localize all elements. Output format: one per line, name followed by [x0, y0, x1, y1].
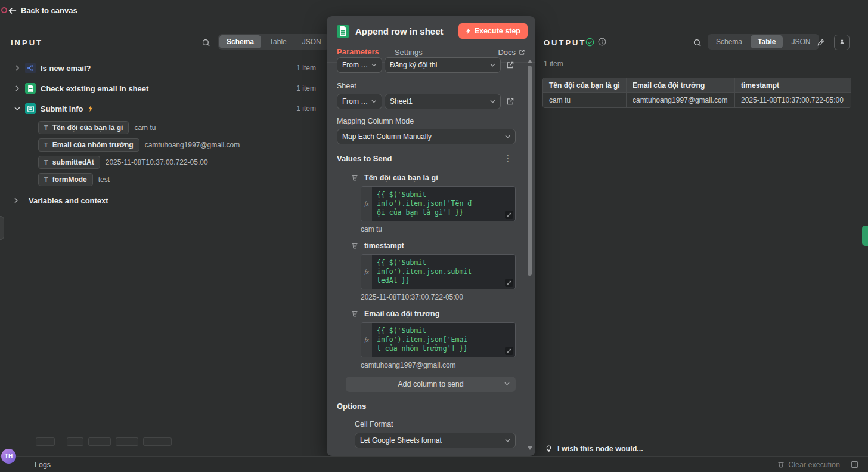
fx-icon: fx	[361, 323, 372, 357]
expression-editor[interactable]: fx {{ $('Submit info').item.json['Emai l…	[361, 322, 516, 357]
expand-expression-icon[interactable]	[505, 211, 513, 219]
open-sheet-button[interactable]	[505, 96, 516, 107]
input-schema-field[interactable]: T Email của nhóm trưởng camtuhoang1997@g…	[0, 136, 327, 153]
expand-expression-icon[interactable]	[505, 279, 513, 287]
expression-code: {{ $('Submit info').item.json.submit ted…	[372, 255, 515, 289]
variables-and-context-row[interactable]: Variables and context	[0, 190, 327, 211]
open-logs-panel-button[interactable]	[850, 459, 860, 470]
execute-step-button[interactable]: Execute step	[458, 23, 528, 39]
add-column-label: Add column to send	[398, 380, 464, 388]
clear-execution-label: Clear execution	[788, 461, 840, 469]
string-type-icon: T	[44, 141, 48, 149]
input-node-check-existing-email[interactable]: Check existing email in sheet 1 item	[0, 78, 327, 98]
back-to-canvas-link[interactable]: Back to canvas	[5, 4, 81, 17]
output-search-button[interactable]	[692, 37, 703, 48]
mapping-mode-dropdown[interactable]: Map Each Column Manually	[337, 129, 516, 144]
input-schema-field[interactable]: T formMode test	[0, 171, 327, 188]
input-schema-tree: Is new email? 1 item Check existing emai…	[0, 58, 327, 211]
input-schema-field[interactable]: T submittedAt 2025-11-08T10:37:00.722-05…	[0, 153, 327, 171]
schema-field-pill: T formMode	[38, 173, 93, 186]
edit-output-button[interactable]	[816, 37, 826, 48]
output-mode-table[interactable]: Table	[751, 35, 783, 48]
expression-editor[interactable]: fx {{ $('Submit info').item.json['Tên đ …	[361, 186, 516, 221]
delete-field-button[interactable]	[350, 309, 359, 319]
cell-format-dropdown[interactable]: Let Google Sheets format	[355, 433, 516, 448]
output-table-cell: camtuhoang1997@gmail.com	[627, 93, 735, 107]
expression-result: 2025-11-08T10:37:00.722-05:00	[361, 293, 516, 301]
node-feedback-label: I wish this node would...	[557, 445, 643, 453]
schema-field-name: Email của nhóm trưởng	[52, 141, 134, 149]
trigger-bolt-icon	[88, 105, 94, 112]
output-table: Tên đội của bạn là gì Email của đội trưở…	[542, 78, 851, 108]
schema-field-value: cam tu	[134, 124, 156, 132]
user-avatar[interactable]: TH	[1, 449, 16, 464]
string-type-icon: T	[44, 159, 48, 166]
output-mode-schema[interactable]: Schema	[709, 35, 749, 48]
output-mode-json[interactable]: JSON	[784, 35, 817, 48]
input-search-button[interactable]	[200, 37, 212, 48]
right-panel-handle[interactable]	[862, 226, 868, 246]
add-column-to-send-button[interactable]: Add column to send	[346, 377, 516, 392]
scrollbar-thumb[interactable]	[528, 66, 532, 276]
google-sheets-icon	[337, 25, 349, 38]
sheet-parameter-row: From list Sheet1	[337, 94, 516, 109]
expression-editor[interactable]: fx {{ $('Submit info').item.json.submit …	[361, 254, 516, 289]
input-node-count: 1 item	[296, 104, 316, 113]
chevron-down-icon	[505, 439, 510, 442]
scrollbar-up-arrow[interactable]	[528, 60, 532, 63]
expand-expression-icon[interactable]	[505, 347, 513, 355]
value-field-header: timestampt	[346, 240, 516, 251]
execute-step-label: Execute step	[475, 27, 520, 35]
chevron-down-icon	[505, 135, 510, 138]
input-schema-field[interactable]: T Tên đội của bạn là gì cam tu	[0, 119, 327, 136]
delete-field-button[interactable]	[350, 172, 359, 183]
modal-parameters: From list Đăng ký đội thi Sheet From lis…	[337, 57, 516, 450]
logs-toggle[interactable]: Logs	[35, 461, 51, 469]
dropdown-value: Let Google Sheets format	[360, 436, 442, 445]
input-panel-header: INPUT Schema Table JSON	[0, 27, 327, 57]
chevron-down-icon	[490, 100, 495, 103]
string-type-icon: T	[44, 124, 48, 131]
left-panel-handle[interactable]	[0, 216, 4, 240]
input-node-is-new-email[interactable]: Is new email? 1 item	[0, 58, 327, 78]
node-feedback-button[interactable]: I wish this node would...	[545, 445, 643, 453]
input-node-count: 1 item	[296, 64, 316, 72]
canvas-control	[116, 437, 138, 446]
output-table-cell: cam tu	[543, 93, 627, 107]
input-mode-table[interactable]: Table	[262, 35, 294, 48]
input-node-submit-info[interactable]: Submit info 1 item	[0, 98, 327, 119]
kebab-menu-icon[interactable]: ⋮	[500, 153, 516, 163]
chevron-down-icon	[504, 382, 510, 385]
values-to-send-fields: Tên đội của bạn là gì fx {{ $('Submit in…	[346, 172, 516, 392]
external-link-icon	[519, 49, 525, 55]
value-field: Email của đội trưởng fx {{ $('Submit inf…	[346, 309, 516, 369]
docs-label: Docs	[498, 48, 516, 57]
info-icon[interactable]	[598, 38, 606, 48]
input-panel-title: INPUT	[11, 38, 43, 47]
schema-field-value: camtuhoang1997@gmail.com	[145, 141, 240, 149]
expression-line: l của nhóm trưởng'] }}	[377, 344, 510, 353]
schema-field-name: submittedAt	[52, 158, 94, 166]
values-to-send-header: Values to Send ⋮	[337, 153, 516, 163]
chevron-down-icon	[371, 100, 377, 103]
sheet-mode-dropdown[interactable]: From list	[337, 94, 382, 109]
open-document-button[interactable]	[505, 60, 516, 70]
output-panel: OUTPUT Schema Table JSON 1 item Tên đội …	[535, 27, 868, 456]
input-mode-schema[interactable]: Schema	[219, 35, 261, 48]
trash-icon	[351, 174, 358, 181]
document-mode-dropdown[interactable]: From list	[337, 57, 382, 73]
pin-data-button[interactable]	[834, 35, 850, 50]
form-node-icon	[25, 103, 36, 114]
sheet-value-dropdown[interactable]: Sheet1	[385, 94, 501, 109]
input-mode-json[interactable]: JSON	[295, 35, 328, 48]
input-node-count: 1 item	[296, 84, 316, 92]
document-parameter-row: From list Đăng ký đội thi	[337, 57, 516, 73]
clear-execution-button[interactable]: Clear execution	[777, 461, 840, 469]
scrollbar-down-arrow[interactable]	[528, 446, 532, 450]
expression-line: ội của bạn là gì'] }}	[377, 208, 510, 217]
dropdown-value: From list	[342, 97, 368, 106]
document-value-dropdown[interactable]: Đăng ký đội thi	[385, 57, 501, 73]
expression-line: {{ $('Submit info').item.json['Tên đ	[377, 190, 510, 208]
cell-format-label: Cell Format	[355, 420, 516, 428]
delete-field-button[interactable]	[350, 240, 359, 251]
